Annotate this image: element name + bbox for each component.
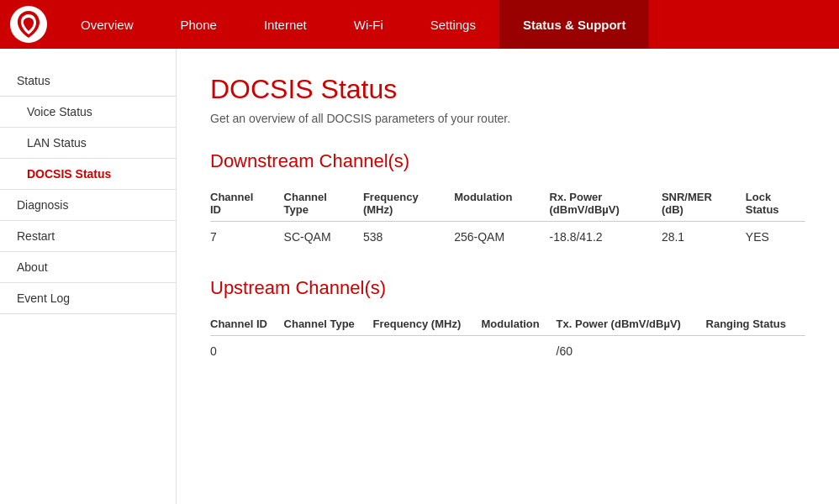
nav-overview[interactable]: Overview <box>57 0 157 49</box>
sidebar-item-voice-status[interactable]: Voice Status <box>0 97 176 128</box>
upstream-title: Upstream Channel(s) <box>210 277 805 299</box>
downstream-col-lock: LockStatus <box>746 186 805 222</box>
downstream-cell-channel-type: SC-QAM <box>284 222 363 253</box>
content-wrapper: Status Voice Status LAN Status DOCSIS St… <box>0 49 839 504</box>
nav-status-support[interactable]: Status & Support <box>499 0 650 49</box>
upstream-col-modulation: Modulation <box>481 312 556 336</box>
downstream-cell-frequency: 538 <box>363 222 454 253</box>
upstream-cell-channel-id: 0 <box>210 336 284 367</box>
upstream-cell-tx-power: /60 <box>557 336 706 367</box>
sidebar-item-status[interactable]: Status <box>0 66 176 97</box>
upstream-cell-ranging <box>706 336 805 367</box>
downstream-col-frequency: Frequency(MHz) <box>363 186 454 222</box>
downstream-col-modulation: Modulation <box>454 186 549 222</box>
upstream-row-0: 0 /60 <box>210 336 805 367</box>
main-content: DOCSIS Status Get an overview of all DOC… <box>177 49 839 504</box>
downstream-cell-channel-id: 7 <box>210 222 284 253</box>
sidebar-item-event-log[interactable]: Event Log <box>0 283 176 314</box>
upstream-col-ranging: Ranging Status <box>706 312 805 336</box>
upstream-col-tx-power: Tx. Power (dBmV/dBµV) <box>557 312 706 336</box>
main-nav: Overview Phone Internet Wi-Fi Settings S… <box>57 0 839 49</box>
header: Overview Phone Internet Wi-Fi Settings S… <box>0 0 839 49</box>
page-title: DOCSIS Status <box>210 74 805 105</box>
downstream-cell-rx-power: -18.8/41.2 <box>550 222 662 253</box>
downstream-col-channel-id: ChannelID <box>210 186 284 222</box>
downstream-col-snr: SNR/MER(dB) <box>662 186 746 222</box>
downstream-cell-lock: YES <box>746 222 805 253</box>
upstream-cell-frequency <box>373 336 482 367</box>
upstream-cell-modulation <box>481 336 556 367</box>
upstream-cell-channel-type <box>284 336 373 367</box>
sidebar-item-lan-status[interactable]: LAN Status <box>0 128 176 159</box>
downstream-col-rx-power: Rx. Power(dBmV/dBµV) <box>550 186 662 222</box>
downstream-cell-snr: 28.1 <box>662 222 746 253</box>
sidebar-item-restart[interactable]: Restart <box>0 221 176 252</box>
downstream-cell-modulation: 256-QAM <box>454 222 549 253</box>
upstream-col-channel-id: Channel ID <box>210 312 284 336</box>
downstream-col-channel-type: ChannelType <box>284 186 363 222</box>
nav-wifi[interactable]: Wi-Fi <box>330 0 407 49</box>
sidebar-item-diagnosis[interactable]: Diagnosis <box>0 190 176 221</box>
nav-settings[interactable]: Settings <box>407 0 499 49</box>
upstream-table: Channel ID Channel Type Frequency (MHz) … <box>210 312 805 366</box>
nav-phone[interactable]: Phone <box>157 0 240 49</box>
downstream-row-0: 7 SC-QAM 538 256-QAM -18.8/41.2 28.1 YES <box>210 222 805 253</box>
sidebar: Status Voice Status LAN Status DOCSIS St… <box>0 49 177 504</box>
upstream-col-channel-type: Channel Type <box>284 312 373 336</box>
downstream-table: ChannelID ChannelType Frequency(MHz) Mod… <box>210 186 805 252</box>
upstream-col-frequency: Frequency (MHz) <box>373 312 482 336</box>
sidebar-item-docsis-status[interactable]: DOCSIS Status <box>0 159 176 190</box>
downstream-title: Downstream Channel(s) <box>210 150 805 172</box>
vodafone-logo <box>0 0 57 49</box>
sidebar-item-about[interactable]: About <box>0 252 176 283</box>
nav-internet[interactable]: Internet <box>240 0 330 49</box>
page-subtitle: Get an overview of all DOCSIS parameters… <box>210 112 805 125</box>
